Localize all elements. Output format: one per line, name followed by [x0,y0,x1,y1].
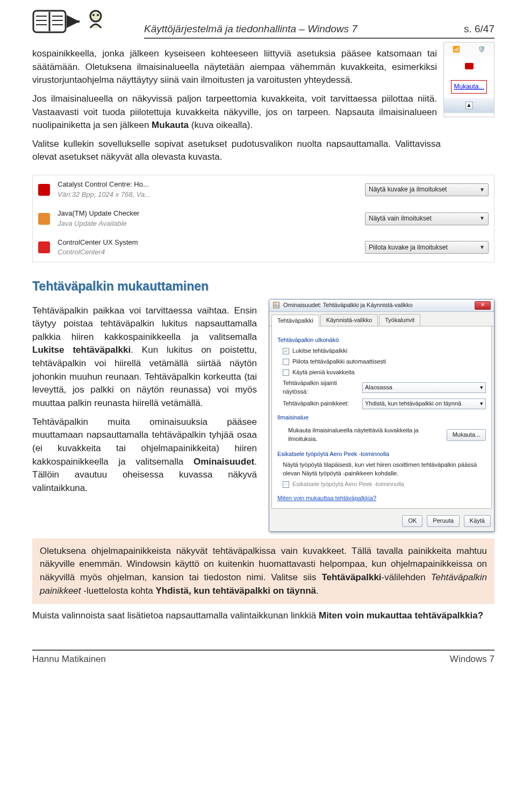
section-appearance: Tehtäväpalkin ulkonäkö [277,336,486,345]
tray-description: Mukauta ilmaisinalueella näytettäviä kuv… [283,426,442,444]
checkbox-small-icons[interactable]: Käytä pieniä kuvakkeita [277,368,486,377]
aero-description: Näytä työpöytä tilapäisesti, kun viet hi… [277,461,486,478]
position-label: Tehtäväpalkin sijainti näytössä: [283,379,358,396]
book-to-reader-icon [32,5,108,39]
section-aero-peek: Esikatsele työpöytä Aero Peek -toiminnol… [277,450,486,459]
section-notification-area: Ilmaisinalue [277,414,486,422]
behavior-dropdown[interactable]: Näytä vain ilmoitukset▼ [365,212,489,225]
page-number: s. 6/47 [464,22,494,37]
app-row-java: Java(TM) Update Checker Java Update Avai… [33,204,494,233]
chevron-down-icon: ▼ [479,244,485,252]
app-subtitle: Väri:32 Bpp, 1024 x 768, Va... [58,190,357,200]
notification-icons-settings-list: Catalyst Control Centre: Ho... Väri:32 B… [32,175,494,262]
closing-paragraph: Muista valinnoista saat lisätietoa napsa… [32,609,494,623]
section-paragraph-1: Tehtäväpalkin paikkaa voi tarvittaessa v… [32,304,257,410]
body-paragraph-2: Jos ilmaisinalueella on näkyvissä paljon… [32,92,441,132]
ati-icon [38,184,50,196]
app-name: ControlCenter UX System [58,238,357,248]
svg-point-2 [92,14,95,16]
chevron-down-icon: ▾ [480,383,483,392]
chevron-down-icon: ▼ [479,215,485,223]
chevron-down-icon: ▼ [479,186,485,194]
body-paragraph-1: kospainikkeella, jonka jälkeen kyseiseen… [32,47,494,87]
checkbox-lock-taskbar[interactable]: ✓Lukitse tehtäväpalkki [277,347,486,355]
cancel-button[interactable]: Peruuta [427,515,460,527]
notification-area-popup: 📶 🛡️ Mukauta... ▲ [443,42,494,117]
network-icon: 📶 [453,45,460,54]
app-name: Java(TM) Update Checker [58,209,357,219]
checkbox-aero-peek[interactable]: ✓Esikatsele työpöytä Aero Peek -toiminno… [277,480,486,489]
footer-product: Windows 7 [450,653,494,666]
buttons-label: Tehtäväpalkin painikkeet: [283,400,358,408]
window-icon: 🪟 [273,301,280,310]
ok-button[interactable]: OK [402,515,422,527]
dialog-title: Ominaisuudet: Tehtäväpalkki ja Käynnistä… [283,301,413,310]
help-link[interactable]: Miten voin mukauttaa tehtäväpalkkia? [277,495,376,501]
close-button[interactable]: ✕ [475,301,491,310]
behavior-dropdown[interactable]: Näytä kuvake ja ilmoitukset▼ [365,183,489,196]
position-dropdown[interactable]: Alaosassa▾ [362,382,486,393]
behavior-dropdown[interactable]: Piilota kuvake ja ilmoitukset▼ [365,241,489,254]
app-subtitle: Java Update Available [58,219,357,229]
buttons-dropdown[interactable]: Yhdistä, kun tehtäväpalkki on täynnä▾ [362,398,486,409]
customize-button[interactable]: Mukauta... [447,429,486,441]
tab-taskbar[interactable]: Tehtäväpalkki [271,315,319,327]
java-icon [38,213,50,225]
apply-button[interactable]: Käytä [464,515,491,527]
page-footer: Hannu Matikainen Windows 7 [32,650,494,666]
controlcenter-icon [38,241,50,253]
chevron-down-icon: ▾ [480,400,483,408]
app-name: Catalyst Control Centre: Ho... [58,180,357,190]
taskbar-properties-dialog: 🪟 Ominaisuudet: Tehtäväpalkki ja Käynnis… [269,299,494,532]
svg-point-1 [90,11,101,22]
tip-box: Oletuksena ohjelmapainikkeista näkyvät t… [32,538,494,604]
page-header: Käyttöjärjestelmä ja tiedonhallinta – Wi… [32,0,494,42]
ati-tray-icon [465,63,474,69]
tab-toolbars[interactable]: Työkalurivit [379,314,420,326]
footer-author: Hannu Matikainen [32,653,106,666]
section-paragraph-2: Tehtäväpalkin muita ominaisuuksia pääsee… [32,416,257,495]
tab-startmenu[interactable]: Käynnistä-valikko [320,314,378,326]
app-subtitle: ControlCenter4 [58,247,357,258]
body-paragraph-3: Valitse kullekin sovellukselle sopivat a… [32,138,441,164]
customize-link[interactable]: Mukauta... [451,80,486,94]
app-row-controlcenter: ControlCenter UX System ControlCenter4 P… [33,233,494,262]
svg-point-3 [97,14,99,16]
checkbox-autohide[interactable]: Piilota tehtäväpalkki automaattisesti [277,358,486,366]
shield-icon: 🛡️ [478,45,485,54]
section-heading: Tehtäväpalkin mukauttaminen [32,277,494,295]
dialog-titlebar: 🪟 Ominaisuudet: Tehtäväpalkki ja Käynnis… [269,300,494,312]
app-row-catalyst: Catalyst Control Centre: Ho... Väri:32 B… [33,175,494,204]
tray-expand-arrow[interactable]: ▲ [465,102,473,109]
course-title: Käyttöjärjestelmä ja tiedonhallinta – Wi… [144,22,357,37]
